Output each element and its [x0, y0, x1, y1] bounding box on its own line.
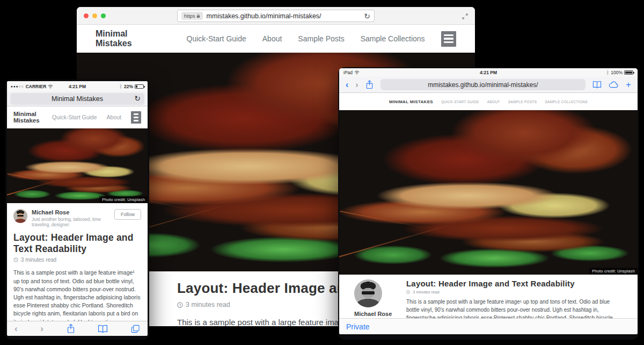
ipad-screen: iPad 4:21 PM ᛒ 100% ‹ › mmistakes.github…: [339, 68, 638, 334]
photo-credit-badge: Photo credit: Unsplash: [99, 196, 148, 203]
feature-image-leaves: Photo credit: Unsplash: [339, 110, 638, 275]
author-avatar: [13, 209, 27, 223]
author-bio: Just another boring, tattooed, time trav…: [32, 217, 114, 227]
site-brand-link[interactable]: Minimal Mistakes: [13, 111, 40, 124]
minimize-window-button[interactable]: [92, 13, 97, 18]
iphone-safari-toolbar: ‹ ›: [7, 321, 148, 336]
site-brand-link[interactable]: Minimal Mistakes: [96, 29, 158, 48]
clock-icon: [406, 290, 410, 294]
iphone-url-row: Minimal Mistakes ↻: [7, 91, 148, 106]
iphone-address-bar[interactable]: Minimal Mistakes ↻: [10, 93, 144, 105]
feature-image-leaves: Photo credit: Unsplash: [7, 128, 148, 203]
desktop-site-nav: Minimal Mistakes Quick-Start Guide About…: [77, 25, 475, 53]
follow-button[interactable]: Follow: [114, 209, 141, 220]
bookmarks-icon[interactable]: [592, 81, 602, 89]
post-meta: 3 minutes read: [13, 257, 141, 263]
icloud-tabs-icon[interactable]: [609, 81, 619, 88]
url-text: mmistakes.github.io/minimal-mistakes/: [207, 12, 364, 20]
https-badge: https: [181, 12, 203, 20]
clock-icon: [13, 257, 18, 262]
photo-credit-badge: Photo credit: Unsplash: [589, 268, 638, 275]
read-time: 3 minutes read: [21, 257, 56, 263]
read-time: 3 minutes read: [413, 290, 440, 294]
url-text: mmistakes.github.io/minimal-mistakes/: [428, 81, 538, 89]
author-name: Michael Rose: [32, 209, 114, 215]
read-time: 3 minutes read: [186, 301, 230, 308]
private-button[interactable]: Private: [346, 322, 370, 331]
iphone-site-nav: Minimal Mistakes Quick-Start Guide About: [7, 106, 148, 128]
nav-link-about[interactable]: ABOUT: [487, 100, 500, 104]
hamburger-menu-icon[interactable]: [441, 31, 456, 47]
post-title: Layout: Header Image and Text Readabilit…: [406, 279, 623, 288]
desktop-browser-toolbar: https mmistakes.github.io/minimal-mistak…: [77, 7, 475, 25]
iphone-post-content: Michael Rose Just another boring, tattoo…: [7, 203, 148, 336]
post-title: Layout: Header Image and Text Readabilit…: [13, 232, 141, 254]
share-icon[interactable]: [67, 324, 75, 334]
url-title: Minimal Mistakes: [52, 95, 103, 103]
zoom-window-button[interactable]: [101, 13, 106, 18]
nav-link-sample-posts[interactable]: Sample Posts: [298, 34, 344, 43]
author-sidebar: Michael Rose Just another boring, tattoo…: [339, 275, 406, 323]
forward-icon[interactable]: ›: [40, 324, 43, 333]
site-brand-link[interactable]: MINIMAL MISTAKES: [389, 99, 433, 104]
private-browsing-bar: Private: [339, 318, 638, 334]
nav-link-sample-collections[interactable]: SAMPLE COLLECTIONS: [545, 100, 587, 104]
hamburger-menu-icon[interactable]: [131, 111, 141, 124]
lock-icon: [196, 13, 200, 18]
author-avatar: [354, 279, 382, 307]
ipad-post-content: Michael Rose Just another boring, tattoo…: [339, 275, 638, 323]
ipad-address-bar[interactable]: mmistakes.github.io/minimal-mistakes/: [380, 79, 586, 90]
share-icon[interactable]: [365, 80, 374, 89]
https-label: https: [184, 13, 195, 19]
close-window-button[interactable]: [84, 13, 89, 18]
tabs-icon[interactable]: [131, 325, 140, 333]
ipad-status-bar: iPad 4:21 PM ᛒ 100%: [339, 68, 638, 77]
nav-link-quick-start[interactable]: Quick-Start Guide: [52, 114, 97, 120]
bookmarks-icon[interactable]: [98, 325, 108, 333]
iphone-screen: ●●●○○ CARRIER 4:21 PM ᛒ 22% Minimal Mist…: [7, 81, 148, 336]
fullscreen-expand-icon[interactable]: [462, 11, 468, 21]
nav-link-sample-collections[interactable]: Sample Collections: [361, 34, 425, 43]
bluetooth-icon: ᛒ: [120, 84, 122, 89]
battery-percent: 22%: [124, 84, 133, 89]
battery-icon: [624, 70, 633, 75]
ipad-site-nav: MINIMAL MISTAKES QUICK-START GUIDE ABOUT…: [339, 93, 638, 110]
iphone-status-bar: ●●●○○ CARRIER 4:21 PM ᛒ 22%: [7, 81, 148, 91]
iphone-device-frame: ●●●○○ CARRIER 4:21 PM ᛒ 22% Minimal Mist…: [5, 80, 149, 340]
nav-link-about[interactable]: About: [262, 34, 282, 43]
post-meta: 3 minutes read: [406, 290, 623, 294]
battery-icon: [135, 84, 144, 89]
reload-icon[interactable]: ↻: [134, 95, 141, 102]
new-tab-icon[interactable]: +: [626, 80, 631, 89]
author-row: Michael Rose Just another boring, tattoo…: [13, 209, 141, 227]
nav-link-quick-start[interactable]: QUICK-START GUIDE: [441, 100, 479, 104]
author-name: Michael Rose: [354, 311, 406, 317]
window-controls: [84, 13, 106, 18]
back-icon[interactable]: ‹: [346, 81, 348, 89]
status-time: 4:21 PM: [339, 70, 638, 75]
post-main-column: Layout: Header Image and Text Readabilit…: [406, 275, 638, 323]
back-icon[interactable]: ‹: [14, 324, 18, 333]
nav-link-quick-start[interactable]: Quick-Start Guide: [187, 34, 246, 43]
reload-icon[interactable]: ↻: [364, 12, 370, 20]
composite-canvas: https mmistakes.github.io/minimal-mistak…: [0, 0, 644, 345]
nav-link-sample-posts[interactable]: SAMPLE POSTS: [508, 100, 537, 104]
ipad-safari-toolbar: ‹ › mmistakes.github.io/minimal-mistakes…: [339, 77, 638, 93]
desktop-address-bar[interactable]: https mmistakes.github.io/minimal-mistak…: [177, 10, 375, 22]
clock-icon: [177, 302, 183, 308]
ipad-device-frame: iPad 4:21 PM ᛒ 100% ‹ › mmistakes.github…: [338, 67, 639, 340]
forward-icon[interactable]: ›: [355, 81, 358, 89]
nav-link-about[interactable]: About: [107, 114, 121, 120]
